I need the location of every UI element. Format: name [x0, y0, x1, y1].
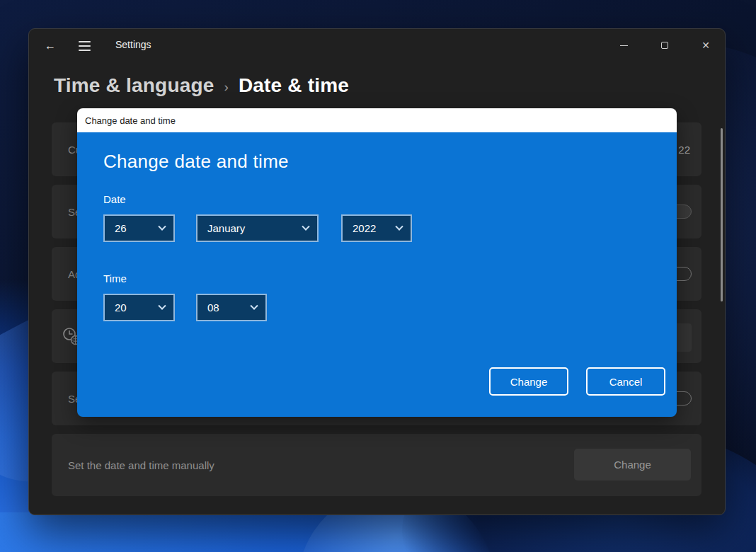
- dialog-titlebar: Change date and time: [77, 108, 677, 132]
- breadcrumb-parent[interactable]: Time & language: [54, 74, 214, 97]
- maximize-button[interactable]: [648, 32, 681, 59]
- day-value: 26: [115, 222, 127, 234]
- hamburger-menu-icon: [79, 41, 91, 42]
- time-label: Time: [103, 272, 127, 284]
- app-title: Settings: [115, 39, 151, 50]
- page-title: Date & time: [239, 74, 349, 97]
- scrollbar-thumb[interactable]: [721, 128, 723, 301]
- minute-value: 08: [207, 301, 219, 314]
- dialog-title: Change date and time: [85, 115, 176, 126]
- change-date-time-dialog: Change date and time Change date and tim…: [77, 108, 677, 417]
- chevron-down-icon: [158, 301, 166, 309]
- row-value: 22: [678, 144, 690, 156]
- month-select[interactable]: January: [196, 214, 319, 242]
- dialog-body: Change date and time Date 26 January 202…: [77, 132, 677, 417]
- settings-window: ← Settings ✕ Time & language › Date & ti…: [28, 28, 726, 515]
- chevron-down-icon: [250, 301, 258, 309]
- chevron-down-icon: [302, 222, 309, 230]
- dialog-cancel-button[interactable]: Cancel: [586, 367, 665, 396]
- row-set-date-time-manually: Set the date and time manually Change: [52, 434, 701, 496]
- hour-select[interactable]: 20: [103, 294, 175, 321]
- back-button[interactable]: ←: [42, 38, 59, 54]
- chevron-down-icon: [158, 222, 166, 230]
- dialog-heading: Change date and time: [103, 151, 289, 173]
- manual-row-label: Set the date and time manually: [68, 459, 214, 471]
- navigation-menu-button[interactable]: [76, 38, 93, 54]
- month-value: January: [207, 222, 245, 234]
- year-value: 2022: [353, 222, 376, 234]
- maximize-icon: [661, 42, 668, 49]
- chevron-down-icon: [395, 222, 403, 230]
- year-select[interactable]: 2022: [341, 214, 412, 242]
- close-button[interactable]: ✕: [689, 32, 722, 59]
- day-select[interactable]: 26: [103, 214, 175, 242]
- date-label: Date: [103, 193, 126, 205]
- change-button-disabled[interactable]: Change: [574, 449, 691, 481]
- back-arrow-icon: ←: [45, 40, 56, 52]
- chevron-right-icon: ›: [224, 77, 229, 95]
- breadcrumb: Time & language › Date & time: [54, 70, 549, 101]
- minimize-button[interactable]: [607, 32, 640, 59]
- window-titlebar: ← Settings ✕: [29, 29, 725, 63]
- minimize-icon: [620, 45, 628, 46]
- minute-select[interactable]: 08: [196, 294, 267, 321]
- desktop-wallpaper: ← Settings ✕ Time & language › Date & ti…: [0, 0, 756, 552]
- hour-value: 20: [115, 301, 127, 314]
- dialog-change-button[interactable]: Change: [489, 367, 568, 396]
- close-icon: ✕: [701, 40, 710, 51]
